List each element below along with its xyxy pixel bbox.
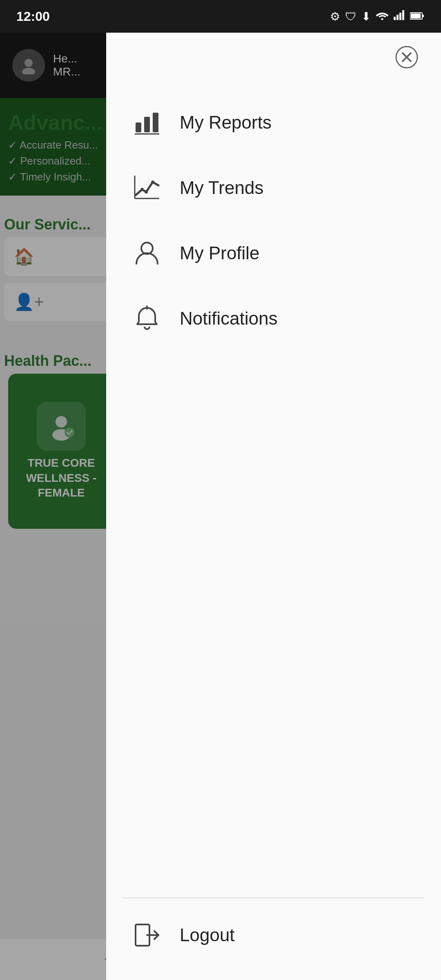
bar-chart-icon bbox=[133, 109, 161, 136]
svg-rect-18 bbox=[153, 113, 158, 132]
status-bar: 12:00 ⚙ 🛡 ⬇ bbox=[0, 0, 441, 33]
close-button[interactable] bbox=[392, 42, 421, 72]
svg-rect-6 bbox=[422, 15, 424, 17]
svg-rect-2 bbox=[396, 15, 399, 20]
menu-item-my-reports[interactable]: My Reports bbox=[106, 90, 441, 155]
battery-status-icon bbox=[410, 10, 425, 23]
svg-rect-17 bbox=[144, 117, 150, 132]
drawer-header bbox=[106, 33, 441, 82]
notifications-icon-box bbox=[131, 302, 163, 335]
settings-status-icon: ⚙ bbox=[330, 10, 340, 23]
my-reports-label: My Reports bbox=[180, 112, 272, 133]
drawer-menu: My Reports My Trends bbox=[106, 82, 441, 980]
download-status-icon: ⬇ bbox=[361, 10, 371, 23]
menu-item-my-profile[interactable]: My Profile bbox=[106, 220, 441, 286]
my-profile-label: My Profile bbox=[180, 243, 260, 263]
my-reports-icon-box bbox=[131, 106, 163, 139]
logout-icon bbox=[133, 921, 161, 949]
logout-label: Logout bbox=[180, 925, 235, 945]
my-trends-label: My Trends bbox=[180, 178, 263, 198]
menu-item-notifications[interactable]: Notifications bbox=[106, 286, 441, 351]
logout-item[interactable]: Logout bbox=[106, 898, 441, 972]
line-chart-icon bbox=[133, 174, 161, 202]
svg-rect-7 bbox=[411, 13, 421, 18]
svg-rect-4 bbox=[402, 10, 404, 20]
drawer-panel: My Reports My Trends bbox=[106, 33, 441, 980]
status-time: 12:00 bbox=[16, 9, 50, 24]
my-trends-icon-box bbox=[131, 172, 163, 204]
svg-point-22 bbox=[151, 180, 154, 184]
bell-icon bbox=[133, 305, 161, 332]
svg-point-21 bbox=[145, 190, 148, 194]
svg-rect-16 bbox=[136, 122, 141, 132]
svg-rect-1 bbox=[394, 17, 396, 20]
wifi-status-icon bbox=[376, 10, 389, 23]
my-profile-icon-box bbox=[131, 237, 163, 270]
notifications-label: Notifications bbox=[180, 308, 278, 329]
svg-point-0 bbox=[381, 18, 383, 20]
logout-icon-box bbox=[131, 919, 163, 951]
menu-item-my-trends[interactable]: My Trends bbox=[106, 155, 441, 220]
signal-status-icon bbox=[394, 10, 405, 23]
close-icon bbox=[395, 46, 418, 69]
drawer-spacer bbox=[106, 351, 441, 898]
svg-rect-3 bbox=[399, 13, 401, 20]
status-icons: ⚙ 🛡 ⬇ bbox=[330, 10, 425, 23]
shield-status-icon: 🛡 bbox=[345, 10, 356, 23]
svg-point-20 bbox=[140, 188, 144, 191]
person-icon bbox=[133, 239, 161, 267]
svg-point-25 bbox=[141, 243, 153, 254]
